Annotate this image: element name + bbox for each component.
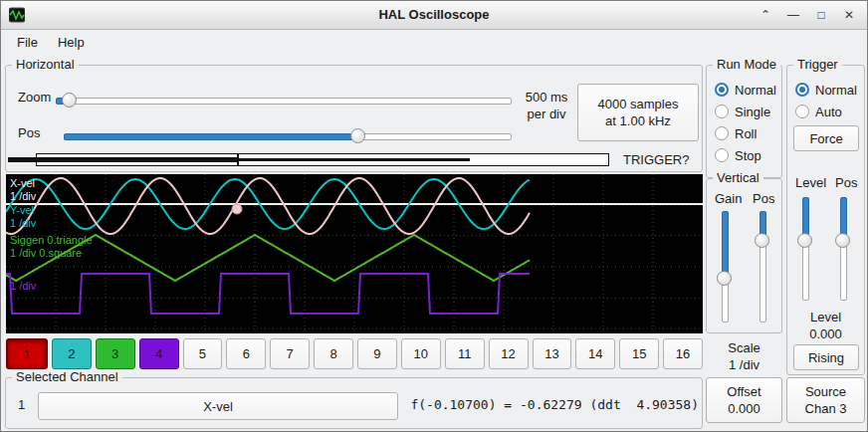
channel-button-13[interactable]: 13: [533, 338, 572, 369]
trigger-level-caption: Level: [787, 309, 864, 325]
trigger-level-slider[interactable]: [797, 197, 813, 301]
selected-channel-title: Selected Channel: [12, 369, 122, 384]
zoom-slider-handle[interactable]: [62, 93, 77, 108]
run-mode-title: Run Mode: [713, 57, 780, 72]
post-trigger-bar: [237, 158, 470, 161]
menu-help[interactable]: Help: [48, 32, 95, 53]
channel-button-2[interactable]: 2: [52, 338, 92, 369]
pos-slider-fill: [64, 133, 360, 140]
trigger-pos-header: Pos: [835, 175, 857, 190]
trigger-level-handle[interactable]: [797, 233, 812, 248]
channel-button-12[interactable]: 12: [489, 338, 529, 369]
vertical-pos-slider[interactable]: [755, 211, 770, 323]
samples-line2: at 1.00 kHz: [605, 112, 671, 129]
titlebar[interactable]: HAL Oscilloscope ⌃ — □ ✕: [1, 1, 867, 30]
vertical-gain-slider[interactable]: [717, 211, 733, 323]
scope-channel-label: 1 /div: [10, 190, 36, 202]
menu-file[interactable]: File: [7, 32, 48, 53]
radio-label: Stop: [735, 148, 761, 163]
channel-button-7[interactable]: 7: [270, 338, 310, 369]
channel-button-3[interactable]: 3: [96, 338, 135, 369]
radio-label: Auto: [815, 105, 842, 119]
trigger-group-title: Trigger: [793, 57, 842, 72]
recorded-data-bar: [8, 157, 237, 162]
gain-slider-handle[interactable]: [717, 271, 732, 286]
trigger-radio-auto[interactable]: Auto: [795, 104, 842, 119]
offset-label: Offset: [727, 383, 760, 400]
zoom-label: Zoom: [18, 90, 51, 105]
zoom-slider[interactable]: [56, 93, 512, 108]
trigger-source-button[interactable]: Source Chan 3: [786, 377, 865, 423]
minimize-icon[interactable]: —: [785, 8, 801, 22]
offset-value: 0.000: [728, 400, 760, 417]
rising-button[interactable]: Rising: [793, 344, 859, 370]
channel-button-15[interactable]: 15: [619, 338, 659, 369]
window-title: HAL Oscilloscope: [1, 1, 867, 29]
runmode-radio-single[interactable]: Single: [715, 104, 770, 119]
channel-button-8[interactable]: 8: [314, 338, 353, 369]
radio-label: Normal: [735, 83, 776, 98]
maximize-icon[interactable]: □: [813, 8, 829, 22]
run-mode-group: Run Mode Normal Single Roll Stop: [706, 65, 782, 178]
channel-button-1[interactable]: 1: [6, 338, 48, 369]
channel-button-10[interactable]: 10: [401, 338, 441, 369]
trigger-level-header: Level: [795, 175, 826, 190]
trigger-radio-normal[interactable]: Normal: [795, 82, 857, 98]
scope-channel-label: 1 /div: [10, 217, 36, 229]
channel-button-11[interactable]: 11: [445, 338, 485, 369]
pos-slider[interactable]: [64, 128, 512, 144]
radio-icon: [715, 83, 729, 97]
offset-box[interactable]: Offset 0.000: [706, 377, 782, 423]
channel-button-9[interactable]: 9: [357, 338, 397, 369]
zoom-slider-track[interactable]: [56, 98, 512, 105]
trigger-level-readout: Level 0.000: [787, 309, 864, 342]
pos-label: Pos: [18, 125, 40, 140]
scope-channel-label: X-vel: [10, 177, 35, 189]
channel-row: 12345678910111213141516: [6, 338, 703, 369]
samples-button[interactable]: 4000 samples at 1.00 kHz: [577, 84, 699, 141]
scale-readout: Scale 1 /div: [706, 339, 782, 373]
scope-display[interactable]: X-vel1 /divY-vel1 /divSiggen 0.triangle1…: [6, 174, 703, 333]
selected-channel-group: Selected Channel 1 X-vel f(-0.10700) = -…: [5, 377, 703, 429]
radio-icon: [715, 105, 729, 118]
record-overview-bar[interactable]: [8, 153, 609, 166]
shade-icon[interactable]: ⌃: [758, 8, 773, 22]
channel-button-14[interactable]: 14: [575, 338, 615, 369]
channel-name-button[interactable]: X-vel: [38, 392, 398, 420]
vpos-slider-handle[interactable]: [755, 233, 769, 248]
radio-label: Normal: [815, 83, 857, 98]
horizontal-group-title: Horizontal: [12, 57, 79, 72]
vertical-group-title: Vertical: [713, 170, 763, 185]
runmode-radio-normal[interactable]: Normal: [715, 82, 776, 98]
channel-button-5[interactable]: 5: [183, 338, 223, 369]
runmode-radio-roll[interactable]: Roll: [715, 125, 757, 141]
close-icon[interactable]: ✕: [841, 8, 857, 22]
trigger-pos-handle[interactable]: [835, 233, 850, 248]
app-window: HAL Oscilloscope ⌃ — □ ✕ File Help Horiz…: [0, 0, 868, 432]
scope-channel-label: Y-vel: [10, 204, 34, 216]
channel-button-16[interactable]: 16: [663, 338, 703, 369]
horizontal-group: Horizontal Zoom 500 ms per div 4000 samp…: [5, 65, 703, 172]
radio-label: Roll: [735, 126, 757, 141]
channel-button-6[interactable]: 6: [226, 338, 266, 369]
rate-line1: 500 ms: [520, 90, 573, 105]
scope-channel-label: 1 /div: [10, 280, 36, 292]
trigger-level-value: 0.000: [787, 325, 864, 342]
gain-label: Gain: [715, 191, 742, 206]
rate-line2: per div: [520, 107, 573, 121]
scale-value: 1 /div: [706, 356, 782, 373]
pos-slider-handle[interactable]: [350, 128, 365, 143]
radio-label: Single: [735, 105, 770, 119]
vertical-group: Vertical Gain Pos: [706, 178, 782, 333]
trigger-source-label: Source: [805, 383, 846, 400]
force-button[interactable]: Force: [793, 125, 859, 151]
scope-canvas[interactable]: [6, 174, 703, 333]
radio-icon: [795, 105, 809, 118]
scale-label: Scale: [706, 339, 782, 356]
scope-channel-label: Siggen 0.triangle: [10, 234, 93, 246]
trigger-question-label: TRIGGER?: [623, 152, 689, 167]
channel-button-4[interactable]: 4: [139, 338, 179, 369]
runmode-radio-stop[interactable]: Stop: [715, 147, 761, 163]
signal-readout: f(-0.10700) = -0.62279 (ddt 4.90358): [394, 397, 699, 412]
trigger-pos-slider[interactable]: [835, 197, 851, 301]
